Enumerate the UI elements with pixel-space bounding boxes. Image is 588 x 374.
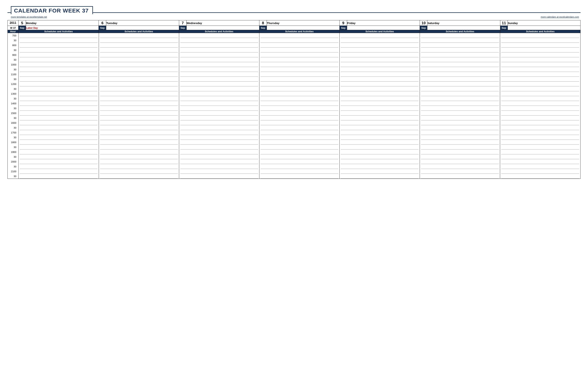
schedule-cell[interactable] [19,53,99,57]
schedule-cell[interactable] [99,96,179,101]
schedule-cell[interactable] [420,116,500,120]
schedule-cell[interactable] [179,159,259,164]
schedule-cell[interactable] [420,38,500,43]
schedule-cell[interactable] [19,38,99,43]
schedule-cell[interactable] [420,169,500,174]
schedule-cell[interactable] [259,116,339,120]
schedule-cell[interactable] [179,154,259,159]
schedule-cell[interactable] [340,82,420,86]
schedule-cell[interactable] [259,140,339,145]
schedule-cell[interactable] [179,106,259,111]
schedule-cell[interactable] [500,130,580,135]
schedule-cell[interactable] [340,67,420,72]
schedule-cell[interactable] [19,106,99,111]
schedule-cell[interactable] [19,116,99,120]
schedule-cell[interactable] [99,174,179,179]
schedule-cell[interactable] [259,130,339,135]
schedule-cell[interactable] [259,135,339,140]
schedule-cell[interactable] [340,140,420,145]
schedule-cell[interactable] [19,48,99,53]
schedule-cell[interactable] [259,77,339,82]
schedule-cell[interactable] [420,43,500,48]
schedule-cell[interactable] [179,150,259,154]
schedule-cell[interactable] [259,120,339,125]
schedule-cell[interactable] [19,101,99,106]
schedule-cell[interactable] [259,154,339,159]
schedule-cell[interactable] [420,174,500,179]
schedule-cell[interactable] [340,159,420,164]
schedule-cell[interactable] [420,111,500,116]
schedule-cell[interactable] [500,154,580,159]
schedule-cell[interactable] [179,38,259,43]
schedule-cell[interactable] [500,96,580,101]
schedule-cell[interactable] [340,33,420,38]
schedule-cell[interactable] [99,77,179,82]
schedule-cell[interactable] [179,120,259,125]
schedule-cell[interactable] [420,130,500,135]
schedule-cell[interactable] [420,164,500,169]
schedule-cell[interactable] [420,159,500,164]
schedule-cell[interactable] [179,86,259,91]
schedule-cell[interactable] [259,67,339,72]
schedule-cell[interactable] [99,82,179,86]
schedule-cell[interactable] [420,33,500,38]
schedule-cell[interactable] [340,91,420,96]
schedule-cell[interactable] [19,77,99,82]
schedule-cell[interactable] [179,135,259,140]
schedule-cell[interactable] [340,116,420,120]
schedule-cell[interactable] [179,169,259,174]
schedule-cell[interactable] [179,67,259,72]
templates-link[interactable]: more templates at exceltemplate.net [11,16,47,18]
schedule-cell[interactable] [99,140,179,145]
schedule-cell[interactable] [420,48,500,53]
schedule-cell[interactable] [500,91,580,96]
schedule-cell[interactable] [340,145,420,150]
schedule-cell[interactable] [99,159,179,164]
schedule-cell[interactable] [259,86,339,91]
schedule-cell[interactable] [99,145,179,150]
schedule-cell[interactable] [500,106,580,111]
schedule-cell[interactable] [259,57,339,62]
schedule-cell[interactable] [19,57,99,62]
schedule-cell[interactable] [179,164,259,169]
schedule-cell[interactable] [179,140,259,145]
schedule-cell[interactable] [99,91,179,96]
schedule-cell[interactable] [340,62,420,67]
schedule-cell[interactable] [179,101,259,106]
schedule-cell[interactable] [259,82,339,86]
schedule-cell[interactable] [19,33,99,38]
schedule-cell[interactable] [420,53,500,57]
schedule-cell[interactable] [500,140,580,145]
schedule-cell[interactable] [259,169,339,174]
schedule-cell[interactable] [19,72,99,77]
schedule-cell[interactable] [99,150,179,154]
schedule-cell[interactable] [179,72,259,77]
schedule-cell[interactable] [179,174,259,179]
schedule-cell[interactable] [99,43,179,48]
schedule-cell[interactable] [179,130,259,135]
schedule-cell[interactable] [19,169,99,174]
schedule-cell[interactable] [340,77,420,82]
schedule-cell[interactable] [420,67,500,72]
schedule-cell[interactable] [500,33,580,38]
schedule-cell[interactable] [500,125,580,130]
schedule-cell[interactable] [259,96,339,101]
schedule-cell[interactable] [259,43,339,48]
schedule-cell[interactable] [19,154,99,159]
schedule-cell[interactable] [259,111,339,116]
schedule-cell[interactable] [19,62,99,67]
schedule-cell[interactable] [99,120,179,125]
schedule-cell[interactable] [500,169,580,174]
schedule-cell[interactable] [19,135,99,140]
schedule-cell[interactable] [19,164,99,169]
schedule-cell[interactable] [259,38,339,43]
schedule-cell[interactable] [19,145,99,150]
schedule-cell[interactable] [340,86,420,91]
schedule-cell[interactable] [19,159,99,164]
schedule-cell[interactable] [420,77,500,82]
schedule-cell[interactable] [500,67,580,72]
schedule-cell[interactable] [340,130,420,135]
schedule-cell[interactable] [19,82,99,86]
schedule-cell[interactable] [340,125,420,130]
schedule-cell[interactable] [99,111,179,116]
